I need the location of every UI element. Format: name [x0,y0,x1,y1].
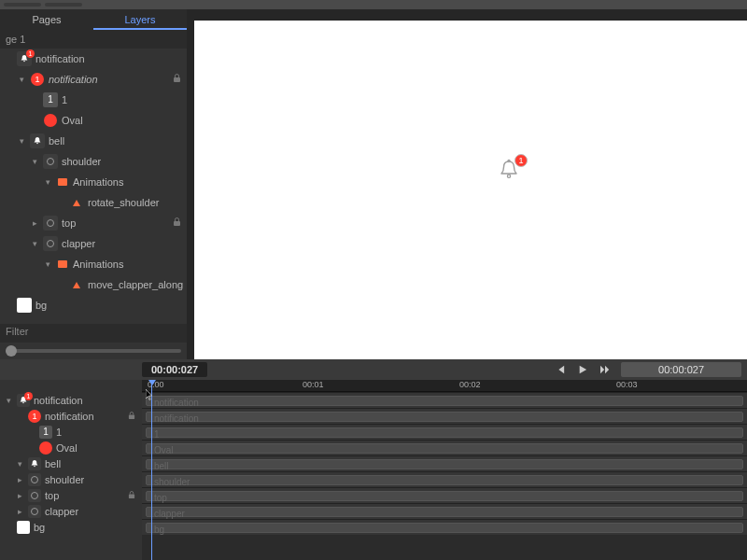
ruler-tick: 00:01 [303,380,324,389]
layer-row[interactable]: ▾Animations [0,254,187,274]
timeline-track[interactable]: clapper [142,503,747,519]
timeline-tracks[interactable]: 0:0000:0100:0200:03 notificationnotifica… [142,380,747,560]
tab-pages[interactable]: Pages [0,9,93,30]
track-clip-label: bg [154,525,164,535]
disclosure-triangle-icon[interactable]: ▸ [15,475,24,484]
svg-point-8 [22,401,24,403]
layer-row[interactable]: ▾bell [0,131,187,151]
track-clip[interactable]: bell [146,459,743,469]
zoom-slider-thumb[interactable] [6,345,17,357]
timeline-track[interactable]: top [142,487,747,503]
timeline-row[interactable]: ▸clapper [0,503,142,519]
timecode-box[interactable]: 00:00:027 [142,362,207,377]
timeline-row[interactable]: bg [0,519,142,535]
layer-row[interactable]: bg [0,295,187,315]
layer-row[interactable]: rotate_shoulder [0,192,187,213]
track-clip[interactable]: notification [146,412,743,422]
zoom-slider[interactable] [0,343,187,359]
timeline-row[interactable]: ▾bell [0,455,142,471]
track-clip[interactable]: top [146,491,743,501]
skip-start-icon[interactable] [554,363,567,376]
layer-row[interactable]: move_clapper_along [0,274,187,295]
layer-row[interactable]: ▾shoulder [0,151,187,172]
layer-label: bell [49,135,183,147]
timeline-track[interactable]: bg [142,519,747,535]
layer-filter-input[interactable]: Filter [0,324,187,343]
lock-icon[interactable] [125,490,138,501]
timeline-track[interactable]: shoulder [142,471,747,487]
disclosure-triangle-icon[interactable]: ▾ [17,75,26,84]
timeline-track[interactable]: notification [142,408,747,424]
playhead[interactable] [151,380,152,560]
timeline-row[interactable]: ▾1notification [0,392,142,408]
svg-point-6 [507,175,510,177]
app-window: Pages Layers ge 1 1notification▾1notific… [0,0,747,560]
timeline-row[interactable]: Oval [0,440,142,455]
lock-icon[interactable] [125,411,138,422]
node-icon [43,236,58,251]
page-header[interactable]: ge 1 [0,30,187,49]
track-clip[interactable]: clapper [146,507,743,517]
layer-row[interactable]: ▸top [0,213,187,233]
timeline-row[interactable]: ▸top [0,487,142,503]
lock-icon[interactable] [170,74,183,85]
node-icon [43,154,58,169]
timeline-row-label: notification [45,411,121,422]
layer-row[interactable]: ▾Animations [0,172,187,192]
disclosure-triangle-icon[interactable]: ▾ [15,459,24,469]
tab-layers[interactable]: Layers [93,9,187,30]
disclosure-triangle-icon[interactable]: ▸ [30,218,39,228]
disclosure-triangle-icon[interactable]: ▸ [15,491,24,500]
svg-point-10 [34,465,35,467]
timeline-track[interactable]: bell [142,455,747,471]
bell-icon [30,133,45,148]
disclosure-triangle-icon[interactable]: ▸ [15,507,24,516]
node-icon [43,216,58,231]
track-clip[interactable]: bg [146,523,743,533]
disclosure-triangle-icon[interactable]: ▾ [30,239,39,248]
timeline-track[interactable]: Oval [142,440,747,455]
layer-label: Animations [73,259,183,270]
track-clip[interactable]: 1 [146,427,743,438]
track-clip[interactable]: Oval [146,443,743,454]
zoom-slider-track[interactable] [6,349,181,353]
layer-row[interactable]: 11 [0,90,187,110]
fast-forward-icon[interactable] [599,363,612,376]
bell-badge-icon: 1 [17,394,30,407]
ruler-tick: 00:03 [616,380,638,389]
oval-icon [39,441,52,455]
node-icon [28,489,41,502]
track-clip[interactable]: notification [146,396,743,406]
disclosure-triangle-icon[interactable]: ▾ [30,157,39,166]
layer-row[interactable]: 1notification [0,49,187,69]
timeline-row[interactable]: ▸shoulder [0,471,142,487]
layer-row[interactable]: Oval [0,110,187,131]
tri-icon [69,195,84,210]
time-ruler[interactable]: 0:0000:0100:0200:03 [142,380,747,392]
timeline-row[interactable]: 1notification [0,408,142,424]
canvas[interactable]: 1 [194,21,747,359]
anim-icon [56,175,69,189]
one-icon: 1 [39,426,52,439]
disclosure-triangle-icon[interactable]: ▾ [43,177,52,187]
toolbar-slot [45,3,82,7]
tri-icon [69,277,84,292]
layer-row[interactable]: ▾clapper [0,233,187,254]
canvas-wrap: 1 [187,9,747,359]
disclosure-triangle-icon[interactable]: ▾ [43,259,52,269]
disclosure-triangle-icon[interactable]: ▾ [17,136,26,146]
timeline-layer-list[interactable]: ▾1notification1notification11Oval▾bell▸s… [0,380,142,560]
timeline-track[interactable]: notification [142,392,747,408]
svg-rect-1 [174,77,180,82]
track-clip-label: notification [154,413,199,424]
layer-row[interactable]: ▾1notification [0,69,187,90]
timeline-row[interactable]: 11 [0,424,142,440]
timeline-track[interactable]: 1 [142,424,747,440]
track-clip[interactable]: shoulder [146,475,743,485]
play-icon[interactable] [576,363,589,376]
lock-icon[interactable] [170,217,183,229]
bell-artwork[interactable]: 1 [498,159,520,181]
layer-tree[interactable]: 1notification▾1notification11Oval▾bell▾s… [0,49,187,324]
disclosure-triangle-icon[interactable]: ▾ [4,396,13,405]
track-clip-label: top [154,493,167,503]
